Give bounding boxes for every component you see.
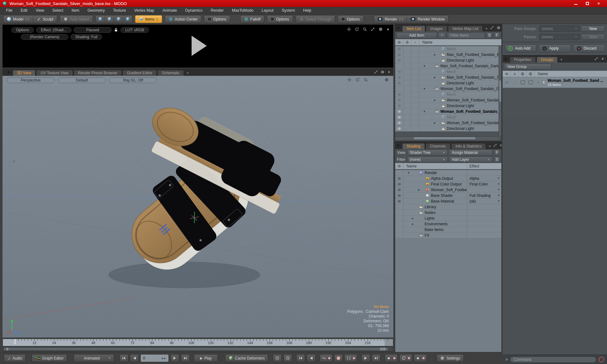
go-to-end-button[interactable] [181, 354, 190, 362]
animated-dropdown[interactable]: Animated ▼ [74, 354, 114, 362]
raygl-button[interactable]: Ray GL: Off [109, 77, 157, 83]
eye-icon[interactable] [397, 70, 401, 74]
filter-button[interactable]: F [494, 149, 500, 156]
time-range-button[interactable] [283, 354, 292, 362]
layer-effect[interactable]: Final Color [467, 181, 496, 187]
zoom-icon[interactable] [364, 78, 368, 82]
panel-arrow-icon[interactable] [386, 27, 390, 31]
menu-item[interactable]: Layout [258, 7, 278, 14]
audio-button[interactable]: ♫ Audio [4, 354, 26, 362]
lock-icon[interactable] [114, 28, 118, 32]
select-filter-button[interactable]: S [486, 32, 493, 39]
eye-icon[interactable] [397, 188, 401, 192]
play-button[interactable]: ▶ Play [194, 354, 218, 362]
expand-plus-icon[interactable]: + [536, 81, 541, 84]
render-button[interactable]: Render F9 [374, 15, 407, 23]
preview-camera-button[interactable]: (Render Camera) [21, 34, 68, 40]
group-row[interactable]: + Woman_Soft_Footbed_Sand ... 19 Items [503, 77, 607, 88]
next-key2-button[interactable] [372, 354, 381, 362]
eye-icon[interactable] [397, 40, 401, 44]
effect-dropdown-icon[interactable]: ▼ [496, 188, 501, 191]
previous-frame-button[interactable] [130, 354, 139, 362]
panel-menu-dot-icon[interactable] [8, 71, 10, 73]
collapse-arrow-icon[interactable]: ► [433, 53, 437, 56]
move-icon[interactable] [405, 40, 409, 44]
render-preview-pane[interactable]: Options Effect: (Shadi... Paused LUT: sR… [3, 25, 393, 68]
collapse-arrow-icon[interactable]: ► [417, 188, 421, 191]
groups-tab[interactable]: Groups [536, 57, 558, 63]
new-pass-group-button[interactable]: New [581, 26, 605, 32]
layer-effect[interactable] [467, 170, 496, 175]
materials-mode-button[interactable] [123, 15, 132, 23]
close-icon[interactable]: × [597, 2, 600, 5]
menu-item[interactable]: System [278, 7, 299, 14]
menu-item[interactable]: File [2, 7, 16, 14]
shader-tree-row[interactable]: ▼ ► ·· Woman_Soft_Footbed_Sa ... ▼ [395, 187, 501, 193]
shader-tree-row[interactable]: ▼ ► ·· Alpha Output Alpha ▼ [395, 176, 501, 181]
preview-shading-button[interactable]: Shading: Full [71, 34, 102, 40]
prev-key2-button[interactable] [307, 354, 316, 362]
panel-arrow-icon[interactable] [601, 57, 605, 61]
shader-tree-row[interactable]: ▼ ► ·· Final Color Output Final Color ▼ [395, 181, 501, 187]
viewport-tab[interactable]: 3D View [13, 70, 35, 76]
item-list-row[interactable]: ▼ ► ·· Woman_Soft_Footbed_Sandals_Gree .… [395, 97, 499, 103]
auto-key-button[interactable] [385, 354, 398, 362]
settings-button[interactable]: Settings [437, 354, 463, 362]
preview-lut-button[interactable]: LUT: sRGB [120, 27, 149, 33]
eye-icon[interactable] [397, 98, 401, 102]
item-list-row[interactable]: ▼ ► ·· Mesh [395, 69, 499, 75]
key-options-button[interactable] [414, 354, 427, 362]
shader-tree-row[interactable]: ▼ ► ·· Environments ▼ [395, 221, 501, 227]
action-center-button[interactable]: Action Center [165, 15, 202, 23]
command-input[interactable]: Command [510, 356, 596, 363]
shading-tab[interactable]: Info & Statistics [451, 143, 486, 149]
eye-icon[interactable] [397, 47, 401, 51]
pan-icon[interactable] [347, 27, 351, 31]
shader-tree-row[interactable]: ▼ ► ·· Nodes ▼ [395, 210, 501, 215]
timeline-range-thumb[interactable]: 0 225 [3, 347, 389, 351]
expand-arrow-icon[interactable]: ▼ [422, 64, 426, 68]
effect-dropdown-icon[interactable]: ▼ [496, 194, 501, 197]
preview-effect-button[interactable]: Effect: (Shadi... [36, 27, 71, 33]
eye-icon[interactable] [397, 194, 401, 197]
menu-item[interactable]: Texture [109, 7, 130, 14]
panel-arrow-icon[interactable] [387, 70, 391, 74]
item-list-row[interactable]: ▼ ► ·· Man_Soft_Footbed_Sandals_Dark-Bro… [395, 75, 499, 80]
add-layer-dropdown[interactable]: Add Layer ▼ [449, 156, 493, 163]
rotate-icon[interactable] [355, 78, 360, 82]
minimize-icon[interactable] [574, 2, 578, 5]
gear-icon[interactable] [384, 78, 389, 82]
eye-icon[interactable] [397, 76, 401, 79]
item-list-row[interactable]: ▼ ► ·· Mesh [395, 46, 499, 52]
shader-tree-row[interactable]: ▼ ► ·· Base Shader Full Shading ▼ [395, 193, 501, 198]
item-list-hscrollbar[interactable] [395, 136, 498, 140]
menu-item[interactable]: MaxToModo [228, 7, 258, 14]
filter-dropdown[interactable]: (none) ▼ [407, 156, 448, 163]
model-mode-button[interactable]: Model F2 [3, 15, 33, 23]
timeline-ruler[interactable]: 0122436486072849610812013214415616818019… [3, 339, 393, 346]
key-channels-button[interactable] [320, 354, 333, 362]
next-key-button[interactable] [361, 354, 370, 362]
eye-icon[interactable] [397, 93, 401, 96]
sphere-toggle-icon[interactable] [529, 72, 532, 76]
next-frame-button[interactable] [170, 354, 179, 362]
gear-icon[interactable] [378, 27, 383, 31]
auto-add-button[interactable]: + Auto Add [505, 44, 536, 52]
maximize-icon[interactable] [586, 2, 589, 5]
action-center-options-button[interactable]: Options [204, 15, 230, 23]
viewport-tab[interactable]: Gradient Editor [122, 70, 157, 76]
menu-item[interactable]: Dynamics [181, 7, 207, 14]
items-mode-button[interactable]: Items 5 [135, 15, 162, 23]
eye-icon[interactable] [397, 121, 401, 125]
perspective-button[interactable]: Perspective [7, 77, 54, 83]
key-loop-button[interactable] [399, 354, 412, 362]
expand-icon[interactable] [493, 143, 497, 147]
menu-item[interactable]: Vertex Map [130, 7, 158, 14]
layer-effect[interactable]: Alpha [467, 176, 496, 181]
eye-icon[interactable] [397, 110, 401, 113]
expand-arrow-icon[interactable]: ▼ [407, 171, 411, 174]
viewport-tab[interactable]: + [185, 70, 191, 76]
item-list-row[interactable]: ▼ ► ·· Woman_Soft_Footbed_Sandals_Si... [395, 109, 499, 114]
eye-icon[interactable] [397, 81, 401, 85]
filter-items-input[interactable]: Filter Items [447, 32, 485, 39]
